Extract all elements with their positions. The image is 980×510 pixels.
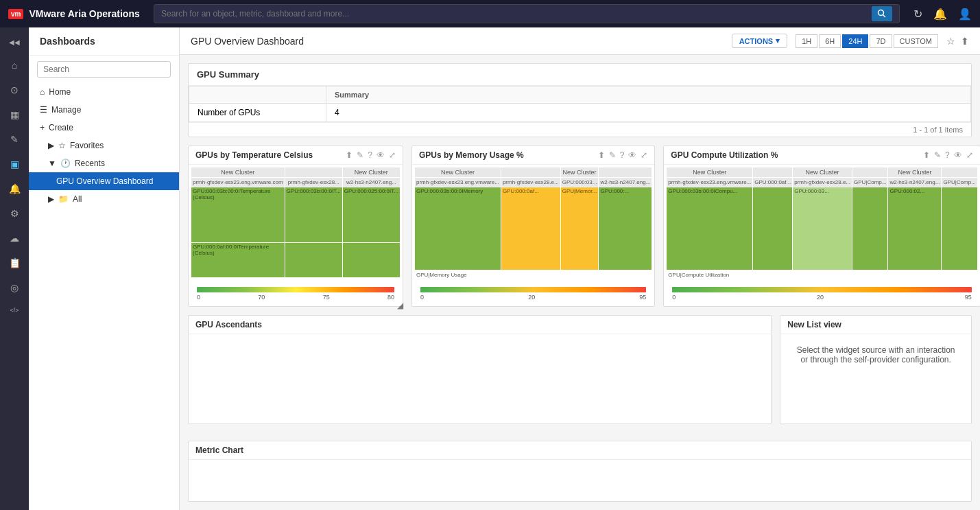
bottom-widgets-row: GPU Ascendants New List view Select the …: [188, 315, 972, 432]
eye-icon[interactable]: 👁: [628, 150, 636, 160]
new-list-view-header: New List view: [780, 316, 971, 334]
collapse-icon[interactable]: ⬆: [598, 150, 605, 160]
monitor-nav-item[interactable]: ⊙: [2, 79, 27, 101]
clock-icon: 🕐: [60, 159, 71, 168]
topbar: vm VMware Aria Operations ↻ 🔔 👤: [0, 0, 980, 27]
chevron-down-icon: ▼: [48, 159, 56, 168]
eye-widget-icon[interactable]: 👁: [377, 150, 385, 160]
compute-col-2: GPU:000:0af...: [753, 167, 792, 284]
resize-handle[interactable]: ◢: [397, 301, 403, 306]
settings-nav-item[interactable]: ⚙: [2, 202, 27, 224]
heatmap-cell: GPU:000:0af:00:0ITemperature (Celsius): [191, 243, 285, 277]
sidebar-title: Dashboards: [29, 27, 179, 56]
heatmap-col-1: New Cluster prmh-gfxdev-esx23.eng.vmware…: [191, 167, 285, 284]
search-input[interactable]: [161, 9, 872, 19]
time-6h-button[interactable]: 6H: [819, 34, 841, 48]
user-icon[interactable]: 👤: [958, 8, 972, 21]
home-nav-item[interactable]: ⌂: [2, 54, 27, 76]
heatmap-widgets-row: GPUs by Temperature Celsius ⬆ ✎ ? 👁 ⤢: [188, 146, 972, 307]
gpu-compute-heatmap: New Cluster prmh-gfxdev-esx23.eng.vmware…: [664, 165, 979, 306]
legend-mid1: 70: [258, 294, 265, 301]
legend-mid: 20: [817, 294, 824, 301]
gpu-count-value: 4: [326, 104, 971, 122]
legend-min: 0: [197, 294, 200, 301]
share-icon[interactable]: ⬆: [961, 36, 969, 47]
collapse-nav-item[interactable]: ◀◀: [2, 33, 27, 51]
edit-icon[interactable]: ✎: [609, 150, 616, 160]
actions-label: ACTIONS: [739, 37, 774, 45]
dev-nav-item[interactable]: </>: [2, 301, 27, 319]
gpu-summary-title: GPU Summary: [189, 64, 971, 86]
summary-footer: 1 - 1 of 1 items: [189, 122, 971, 137]
help-widget-icon[interactable]: ?: [368, 150, 372, 160]
actions-button[interactable]: ACTIONS ▾: [732, 34, 788, 48]
compute-legend: 0 20 95: [667, 284, 977, 303]
new-list-view-title: New List view: [787, 320, 841, 329]
optimize-nav-item[interactable]: ◎: [2, 277, 27, 299]
dashboard-body: GPU Summary Summary Number of GPUs: [180, 55, 980, 510]
edit-nav-item[interactable]: ✎: [2, 128, 27, 150]
search-button[interactable]: [872, 6, 892, 21]
dashboard-nav-item[interactable]: ▣: [2, 153, 27, 175]
gpu-count-label: Number of GPUs: [189, 104, 326, 122]
metric-chart-header: Metric Chart: [189, 441, 971, 460]
sidebar-item-favorites[interactable]: ▶ ☆ Favorites: [29, 137, 179, 154]
mini-nav: ◀◀ ⌂ ⊙ ▦ ✎ ▣ 🔔 ⚙ ☁ 📋 ◎ </>: [0, 27, 29, 510]
topbar-icons: ↻ 🔔 👤: [913, 8, 972, 21]
sidebar-item-all[interactable]: ▶ 📁 All: [29, 190, 179, 208]
gpu-temperature-widget: GPUs by Temperature Celsius ⬆ ✎ ? 👁 ⤢: [188, 146, 403, 307]
expand-icon[interactable]: ⤢: [641, 150, 647, 160]
header-icons: ☆ ⬆: [946, 36, 969, 47]
expand-icon[interactable]: ⤢: [966, 150, 973, 160]
gpu-summary-widget: GPU Summary Summary Number of GPUs: [188, 63, 972, 137]
edit-widget-icon[interactable]: ✎: [357, 150, 363, 160]
sidebar-search-input[interactable]: [37, 61, 171, 78]
time-custom-button[interactable]: CUSTOM: [894, 34, 938, 48]
memory-col-4: w2-hs3-n2407.eng... GPU:000:...: [599, 167, 652, 284]
gpu-summary-content: Summary Number of GPUs 4 1 - 1 of 1 item…: [189, 86, 971, 137]
sidebar-item-create[interactable]: + Create: [29, 119, 179, 137]
gpu-temperature-heatmap: New Cluster prmh-gfxdev-esx23.eng.vmware…: [189, 165, 403, 306]
reports-nav-item[interactable]: 📋: [2, 252, 27, 274]
sidebar-item-recents[interactable]: ▼ 🕐 Recents: [29, 154, 179, 172]
collapse-icon[interactable]: ⬆: [923, 150, 930, 160]
legend-max: 95: [639, 294, 646, 301]
sidebar-item-all-label: All: [73, 194, 82, 204]
search-bar[interactable]: [154, 4, 900, 23]
heatmap-cell: GPU:000:03b:00:0ITemperature (Celsius): [191, 187, 285, 242]
sidebar-search[interactable]: [29, 56, 179, 83]
time-24h-button[interactable]: 24H: [842, 34, 868, 48]
app-name: VMware Aria Operations: [29, 8, 139, 19]
cloud-nav-item[interactable]: ☁: [2, 227, 27, 249]
compute-col-5: New Cluster w2-hs3-n2407.eng... GPU:000:…: [888, 167, 941, 284]
collapse-widget-icon[interactable]: ⬆: [346, 150, 352, 160]
time-1h-button[interactable]: 1H: [796, 34, 817, 48]
gpu-memory-title: GPUs by Memory Usage %: [419, 150, 524, 160]
eye-icon[interactable]: 👁: [954, 150, 962, 160]
time-7d-button[interactable]: 7D: [870, 34, 892, 48]
sidebar-item-home[interactable]: ⌂ Home: [29, 83, 179, 101]
help-icon[interactable]: ?: [945, 150, 950, 160]
new-list-view-content: Select the widget source with an interac…: [780, 334, 971, 424]
sidebar-item-manage[interactable]: ☰ Manage: [29, 101, 179, 119]
home-icon: ⌂: [40, 87, 45, 97]
help-icon[interactable]: ?: [620, 150, 625, 160]
edit-icon[interactable]: ✎: [934, 150, 941, 160]
bell-icon[interactable]: 🔔: [933, 8, 947, 21]
expand-widget-icon[interactable]: ⤢: [389, 150, 396, 160]
alerts-nav-item[interactable]: 🔔: [2, 178, 27, 200]
sidebar-item-create-label: Create: [49, 123, 73, 132]
heatmap-cell: GPU:000:03b:00:0IT...: [285, 187, 342, 242]
sidebar-item-home-label: Home: [49, 87, 71, 97]
manage-icon: ☰: [40, 105, 47, 115]
refresh-icon[interactable]: ↻: [913, 8, 922, 21]
layout-nav-item[interactable]: ▦: [2, 104, 27, 126]
heatmap-cell: [285, 243, 342, 277]
chevron-right-icon: ▶: [48, 141, 54, 150]
gpu-ascendants-title: GPU Ascendants: [195, 320, 262, 329]
chevron-right-folder-icon: ▶: [48, 194, 54, 204]
heatmap-cell: [852, 187, 887, 270]
table-row: Number of GPUs 4: [189, 104, 971, 122]
favorite-icon[interactable]: ☆: [946, 36, 955, 47]
sidebar-item-gpu-dashboard[interactable]: GPU Overview Dashboard: [29, 172, 179, 190]
